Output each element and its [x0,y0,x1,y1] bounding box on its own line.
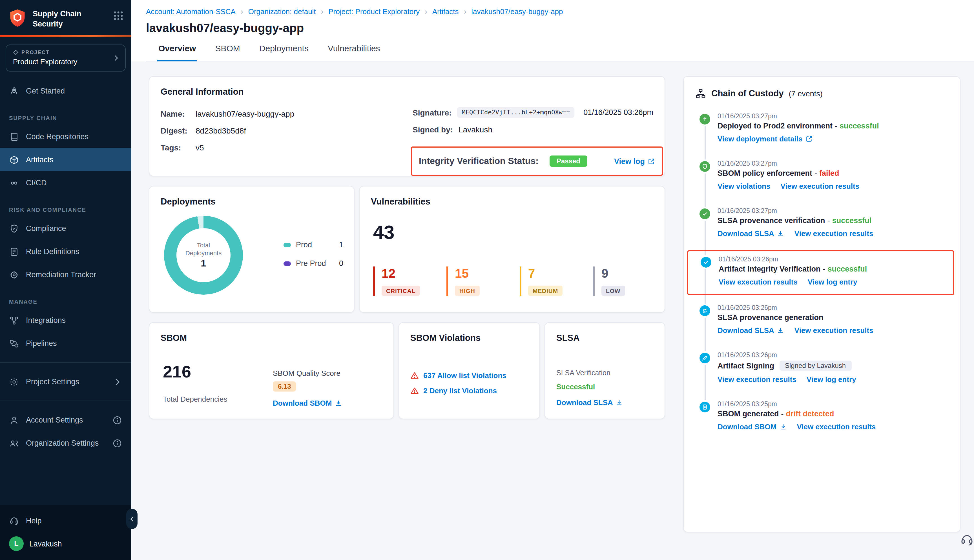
allow-list-violations-row: 637 Allow list Violations [410,371,507,380]
tab-deployments[interactable]: Deployments [258,43,310,61]
chain-of-custody-card: Chain of Custody (7 events) 01/16/2025 0… [683,76,961,532]
top-bar: Account: Automation-SSCA › Organization:… [131,0,974,62]
project-selector[interactable]: PROJECT Product Exploratory [6,45,126,72]
tab-vulnerabilities[interactable]: Vulnerabilities [327,43,381,61]
view-execution-results-link[interactable]: View execution results [794,326,873,335]
artifact-tags: v5 [195,143,204,152]
download-sbom-link[interactable]: Download SBOM [273,399,342,407]
download-icon [777,230,784,237]
custody-event: 01/16/2025 03:26pm SLSA provenance gener… [695,304,949,352]
download-icon [777,327,784,334]
status-badge-passed: Passed [550,155,587,167]
app-logo-icon[interactable] [8,8,27,28]
info-icon [112,415,122,425]
sidebar-item-artifacts[interactable]: Artifacts [0,148,131,171]
events-count: (7 events) [789,89,823,98]
sidebar-item-remediation-tracker[interactable]: Remediation Tracker [0,263,131,286]
card-title: SBOM Violations [410,333,480,343]
chevron-left-icon [128,515,135,523]
breadcrumb-artifacts[interactable]: Artifacts [432,7,459,16]
chevron-right-icon [112,377,122,387]
gear-icon [9,377,19,387]
vulnerabilities-card: Vulnerabilities 43 12 CRITICAL 15 HIGH [359,186,665,313]
module-grid-icon[interactable] [113,11,123,21]
warning-icon [410,371,419,380]
sidebar-item-account-settings[interactable]: Account Settings [0,408,131,432]
sbom-card: SBOM 216 Total Dependencies SBOM Quality… [149,322,394,419]
sidebar: Supply Chain Security PROJECT Product Ex… [0,0,131,560]
event-status: successful [832,216,872,225]
generate-refresh-icon [699,305,710,316]
avatar: L [9,536,24,551]
sidebar-item-compliance[interactable]: Compliance [0,217,131,240]
check-icon [699,208,710,219]
download-slsa-link[interactable]: Download SLSA [717,326,784,335]
deny-list-violations-row: 2 Deny list Violations [410,387,507,395]
view-execution-results-link[interactable]: View execution results [797,423,876,431]
download-slsa-link[interactable]: Download SLSA [556,398,623,407]
sidebar-item-cicd[interactable]: CI/CD [0,171,131,194]
package-icon [9,155,19,165]
breadcrumb-project[interactable]: Project: Product Exploratory [329,7,420,16]
view-deployment-details-link[interactable]: View deployment details [717,135,813,143]
headset-icon [9,515,19,526]
card-title: General Information [161,87,244,97]
project-icon [13,50,18,55]
sidebar-item-code-repositories[interactable]: Code Repositories [0,125,131,148]
event-status: successful [840,122,879,130]
violations-list: 637 Allow list Violations 2 Deny list Vi… [410,371,507,395]
signature-timestamp: 01/16/2025 03:26pm [584,108,653,117]
target-icon [9,270,19,280]
severity-medium: 7 MEDIUM [520,267,585,296]
view-execution-results-link[interactable]: View execution results [781,182,859,190]
verify-check-icon [700,257,711,268]
allow-list-violations-link[interactable]: 637 Allow list Violations [423,371,507,380]
custody-event: 01/16/2025 03:27pm SBOM policy enforceme… [695,160,949,207]
deny-list-violations-link[interactable]: 2 Deny list Violations [423,387,497,395]
signed-by-row: Signed by: Lavakush [413,125,653,134]
sidebar-item-pipelines[interactable]: Pipelines [0,332,131,355]
view-log-entry-link[interactable]: View log entry [807,375,856,384]
sbom-document-icon [699,402,710,412]
rocket-icon [9,86,19,96]
view-execution-results-link[interactable]: View execution results [794,229,873,238]
view-log-entry-link[interactable]: View log entry [808,278,857,286]
sbom-total-dependencies: 216 [163,362,191,382]
breadcrumb-organization[interactable]: Organization: default [248,7,316,16]
user-menu[interactable]: L Lavakush [9,536,122,551]
signed-by-value: Lavakush [459,125,492,134]
shield-check-icon [9,223,19,233]
section-supply-chain: SUPPLY CHAIN [9,115,122,121]
breadcrumb-account[interactable]: Account: Automation-SSCA [146,7,235,16]
signature-row: Signature: MEQCICde2VjIT...bL+2+mqnOXw==… [413,107,653,118]
tab-bar: Overview SBOM Deployments Vulnerabilitie… [146,43,974,62]
sidebar-item-organization-settings[interactable]: Organization Settings [0,432,131,455]
custody-event: 01/16/2025 03:26pm Artifact SigningSigne… [695,352,949,400]
sidebar-item-project-settings[interactable]: Project Settings [0,370,131,393]
severity-row: 12 CRITICAL 15 HIGH 7 MEDIUM [373,267,666,296]
sidebar-collapse-handle[interactable] [126,509,138,529]
view-execution-results-link[interactable]: View execution results [719,278,797,286]
tab-sbom[interactable]: SBOM [214,43,241,61]
sidebar-item-integrations[interactable]: Integrations [0,309,131,332]
project-label: PROJECT [22,50,50,55]
custody-event: 01/16/2025 03:27pm SLSA provenance verif… [695,207,949,255]
support-headset-icon[interactable] [960,532,974,547]
card-title: Deployments [161,197,215,207]
sidebar-item-rule-definitions[interactable]: Rule Definitions [0,240,131,263]
help-button[interactable]: Help [9,515,122,526]
view-execution-results-link[interactable]: View execution results [717,375,796,384]
view-violations-link[interactable]: View violations [717,182,770,190]
download-sbom-link[interactable]: Download SBOM [717,423,787,431]
download-slsa-link[interactable]: Download SLSA [717,229,784,238]
nodes-icon [9,315,19,325]
tab-overview[interactable]: Overview [157,43,197,62]
breadcrumb-current[interactable]: lavakush07/easy-buggy-app [471,7,563,16]
event-status: successful [828,265,867,273]
section-manage: MANAGE [9,298,122,305]
view-log-link[interactable]: View log [614,157,655,165]
sidebar-item-get-started[interactable]: Get Started [0,80,131,103]
vulnerabilities-total: 43 [373,222,395,243]
general-information-card: General Information Name: lavakush07/eas… [149,76,665,176]
breadcrumb-separator: › [241,7,243,16]
